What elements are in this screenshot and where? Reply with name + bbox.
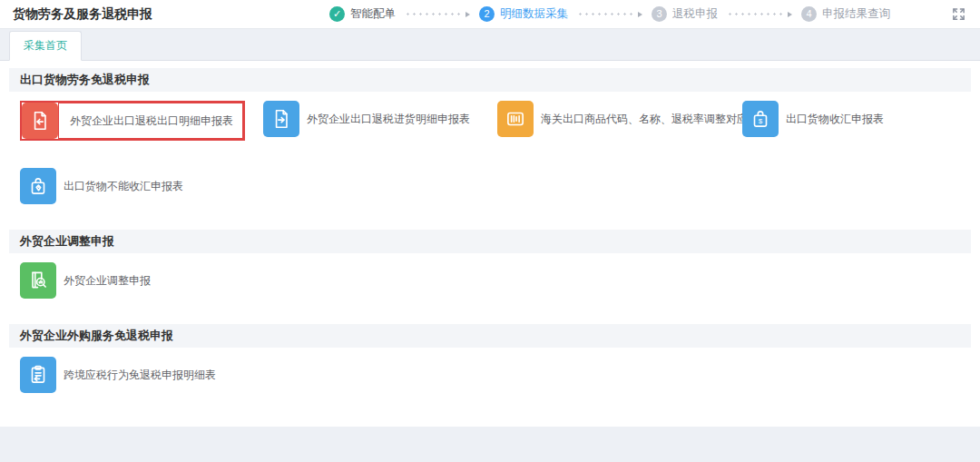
step-number: 4 — [801, 6, 817, 22]
section-items: 外贸企业出口退税出口明细申报表外贸企业出口退税进货明细申报表海关出口商品代码、名… — [9, 92, 971, 230]
step-3[interactable]: 3退税申报 — [652, 6, 718, 22]
arrow-right-icon — [638, 12, 642, 17]
doc-arrow-left-icon — [22, 103, 58, 139]
step-connector-dots — [727, 12, 792, 17]
section-items: 外贸企业调整申报 — [9, 253, 971, 324]
dotted-line — [405, 13, 463, 15]
step-connector-dots — [405, 12, 470, 17]
tab-collection-home[interactable]: 采集首页 — [9, 31, 82, 61]
step-label: 退税申报 — [672, 6, 718, 22]
report-item-label: 跨境应税行为免退税申报明细表 — [64, 368, 216, 383]
fullscreen-expand-icon[interactable] — [949, 5, 967, 24]
step-label: 申报结果查询 — [822, 6, 890, 22]
report-item[interactable]: 外贸企业出口退税进货明细申报表 — [263, 101, 470, 137]
report-item-label: 外贸企业调整申报 — [64, 273, 151, 289]
dotted-line — [727, 13, 785, 15]
report-item-label: 出口货物不能收汇申报表 — [64, 179, 183, 194]
bag-tag-icon — [20, 168, 56, 204]
step-label: 明细数据采集 — [500, 6, 568, 22]
arrow-right-icon — [466, 12, 470, 17]
step-connector-dots — [577, 12, 642, 17]
report-item[interactable]: $出口货物收汇申报表 — [742, 101, 884, 137]
doc-magnifier-icon — [20, 262, 56, 299]
step-number: 3 — [652, 6, 667, 22]
report-item-label: 外贸企业出口退税出口明细申报表 — [58, 103, 243, 139]
report-item-highlighted[interactable]: 外贸企业出口退税出口明细申报表 — [20, 101, 245, 141]
report-item[interactable]: 海关出口商品代码、名称、退税率调整对应表 — [497, 101, 759, 137]
report-item[interactable]: 跨境应税行为免退税申报明细表 — [20, 357, 216, 393]
check-icon: ✓ — [329, 6, 345, 22]
content-panel: 出口货物劳务免退税申报外贸企业出口退税出口明细申报表外贸企业出口退税进货明细申报… — [0, 61, 980, 427]
dotted-line — [577, 13, 635, 15]
top-header: 货物劳务及服务退税申报 ✓智能配单2明细数据采集3退税申报4申报结果查询 — [0, 0, 980, 29]
section-header: 外贸企业外购服务免退税申报 — [9, 324, 971, 348]
clipboard-arrow-icon — [20, 357, 56, 393]
section-header: 外贸企业调整申报 — [9, 230, 971, 253]
step-indicator: ✓智能配单2明细数据采集3退税申报4申报结果查询 — [329, 6, 890, 22]
barcode-icon — [497, 101, 534, 137]
bag-currency-icon: $ — [742, 101, 779, 137]
step-label: 智能配单 — [350, 6, 396, 22]
page-title: 货物劳务及服务退税申报 — [13, 6, 152, 23]
report-item-label: 海关出口商品代码、名称、退税率调整对应表 — [541, 112, 759, 127]
arrow-right-icon — [788, 12, 792, 17]
svg-text:$: $ — [759, 117, 763, 125]
step-1[interactable]: ✓智能配单 — [329, 6, 396, 22]
section-header: 出口货物劳务免退税申报 — [9, 68, 971, 92]
step-number: 2 — [479, 6, 495, 22]
step-2[interactable]: 2明细数据采集 — [479, 6, 568, 22]
report-item[interactable]: 出口货物不能收汇申报表 — [20, 168, 183, 204]
step-4[interactable]: 4申报结果查询 — [801, 6, 890, 22]
report-item-label: 外贸企业出口退税进货明细申报表 — [307, 112, 470, 127]
doc-arrow-right-icon — [263, 101, 299, 137]
report-item[interactable]: 外贸企业调整申报 — [20, 262, 151, 299]
section-items: 跨境应税行为免退税申报明细表 — [9, 348, 971, 418]
tab-bar: 采集首页 — [0, 29, 980, 61]
report-item-label: 出口货物收汇申报表 — [786, 112, 884, 127]
tab-label: 采集首页 — [24, 39, 67, 52]
